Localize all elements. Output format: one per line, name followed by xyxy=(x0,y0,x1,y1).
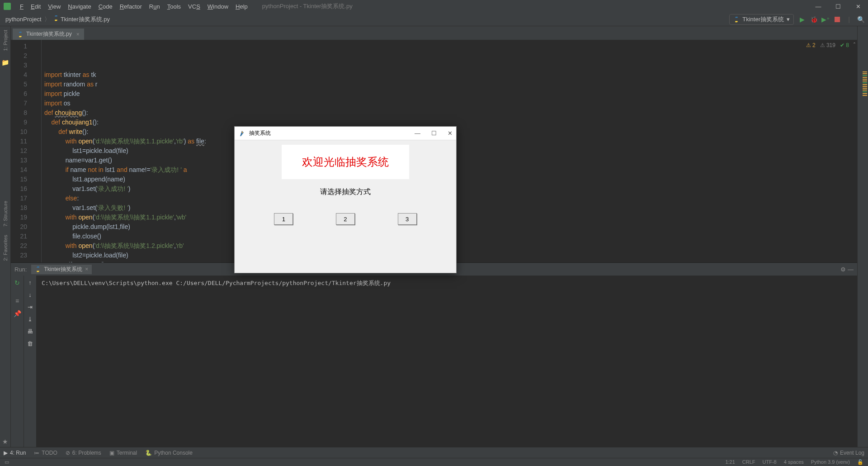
menu-file[interactable]: F xyxy=(16,3,27,10)
error-stripe[interactable] xyxy=(863,71,867,96)
left-tool-gutter: 1: Project 📁 7: Structure 2: Favorites ★ xyxy=(0,26,11,449)
wrap-icon[interactable]: ⇥ xyxy=(28,304,33,310)
tkinter-subtitle: 请选择抽奖方式 xyxy=(235,187,456,197)
python-icon xyxy=(53,15,59,21)
menu-code[interactable]: Code xyxy=(95,3,116,10)
tab-terminal[interactable]: ▣ Terminal xyxy=(109,450,137,456)
coverage-button[interactable]: ▶⁺ xyxy=(822,16,829,23)
line-numbers: 1234567891011121314151617181920212223 xyxy=(11,40,33,262)
tool-favorites[interactable]: 2: Favorites xyxy=(3,235,8,261)
down-icon[interactable]: ↓ xyxy=(28,291,32,298)
indent[interactable]: 4 spaces xyxy=(784,459,804,465)
close-tab-icon[interactable]: × xyxy=(76,31,80,38)
menu-view[interactable]: View xyxy=(44,3,64,10)
star-icon[interactable]: ★ xyxy=(2,438,8,445)
run-output[interactable]: C:\Users\DELL\venv\Scripts\python.exe C:… xyxy=(36,276,857,449)
python-icon xyxy=(35,266,41,272)
run-tab[interactable]: Tkinter抽奖系统 × xyxy=(31,265,92,274)
menu-vcs[interactable]: VCS xyxy=(184,3,204,10)
fold-column[interactable] xyxy=(33,40,42,262)
line-ending[interactable]: CRLF xyxy=(742,459,755,465)
folder-icon[interactable]: 📁 xyxy=(1,59,9,66)
run-config-selector[interactable]: Tkinter抽奖系统 ▾ xyxy=(729,14,794,25)
run-button[interactable]: ▶ xyxy=(798,16,806,23)
menu-run[interactable]: Run xyxy=(146,3,164,10)
tk-maximize[interactable]: ☐ xyxy=(431,130,437,137)
menubar: F Edit View Navigate Code Refactor Run T… xyxy=(0,0,868,13)
menu-navigate[interactable]: Navigate xyxy=(64,3,94,10)
tab-event-log[interactable]: ◔ Event Log xyxy=(833,450,864,456)
minimize-button[interactable]: — xyxy=(808,3,828,10)
tool-structure[interactable]: 7: Structure xyxy=(3,201,8,227)
inspection-widget[interactable]: ⚠ 2 ⚠ 319 ✔ 8 ˆ xyxy=(806,41,855,50)
layout-icon[interactable]: ≡ xyxy=(15,297,19,304)
encoding[interactable]: UTF-8 xyxy=(763,459,777,465)
right-gutter xyxy=(857,26,868,449)
run-toolbar-left: ↻ ≡ 📌 xyxy=(11,276,24,449)
tkinter-titlebar[interactable]: 抽奖系统 — ☐ ✕ xyxy=(235,127,456,140)
menu-edit[interactable]: Edit xyxy=(27,3,44,10)
breadcrumb-file[interactable]: Tkinter抽奖系统.py xyxy=(51,15,112,24)
cursor-position[interactable]: 1:21 xyxy=(725,459,735,465)
statusbar: ▭ 1:21 CRLF UTF-8 4 spaces Python 3.9 (v… xyxy=(0,458,868,466)
tab-run[interactable]: ▶ 4: Run xyxy=(4,450,26,456)
window-title: pythonProject - Tkinter抽奖系统.py xyxy=(262,2,353,10)
ok-count: ✔ 8 xyxy=(840,41,849,50)
warning-count: ⚠ 319 xyxy=(820,41,835,50)
run-toolbar-left2: ↑ ↓ ⇥ ⤓ 🖶 🗑 xyxy=(24,276,36,449)
divider: | xyxy=(845,16,853,23)
tkinter-title: 抽奖系统 xyxy=(249,129,271,137)
run-label: Run: xyxy=(14,266,27,273)
tk-button-1[interactable]: 1 xyxy=(274,213,293,225)
debug-button[interactable]: 🐞 xyxy=(810,16,817,23)
tool-project[interactable]: 1: Project xyxy=(3,30,8,51)
tkinter-buttons: 1 2 3 xyxy=(235,213,456,225)
close-button[interactable]: ✕ xyxy=(848,3,868,10)
run-panel: Run: Tkinter抽奖系统 × ⚙ — ↻ ≡ 📌 ↑ ↓ ⇥ ⤓ 🖶 🗑… xyxy=(11,262,857,449)
editor-tabs: Tkinter抽奖系统.py × xyxy=(11,26,857,40)
error-count: ⚠ 2 xyxy=(806,41,816,50)
breadcrumb-separator xyxy=(43,15,51,24)
close-icon[interactable]: × xyxy=(85,266,88,272)
menu-help[interactable]: Help xyxy=(232,3,251,10)
python-icon xyxy=(733,16,740,23)
status-icon[interactable]: ▭ xyxy=(5,459,9,465)
pin-icon[interactable]: 📌 xyxy=(14,310,21,317)
breadcrumb-project[interactable]: pythonProject xyxy=(4,16,43,23)
tkinter-window: 抽奖系统 — ☐ ✕ 欢迎光临抽奖系统 请选择抽奖方式 1 2 3 xyxy=(234,126,457,273)
up-icon[interactable]: ↑ xyxy=(28,279,32,286)
chevron-up-icon[interactable]: ˆ xyxy=(854,41,855,50)
tab-problems[interactable]: ⊘ 6: Problems xyxy=(66,450,101,456)
menu-tools[interactable]: Tools xyxy=(164,3,184,10)
tkinter-banner: 欢迎光临抽奖系统 xyxy=(282,145,409,179)
menu-window[interactable]: Window xyxy=(204,3,232,10)
tk-button-2[interactable]: 2 xyxy=(336,213,355,225)
scroll-icon[interactable]: ⤓ xyxy=(28,316,33,323)
rerun-icon[interactable]: ↻ xyxy=(14,279,20,286)
menu-refactor[interactable]: Refactor xyxy=(116,3,146,10)
gear-icon[interactable]: ⚙ — xyxy=(840,266,854,273)
python-icon xyxy=(17,31,24,38)
editor-tab[interactable]: Tkinter抽奖系统.py × xyxy=(13,29,84,40)
tk-feather-icon xyxy=(238,130,245,137)
trash-icon[interactable]: 🗑 xyxy=(27,340,33,347)
print-icon[interactable]: 🖶 xyxy=(27,328,33,335)
app-icon xyxy=(4,3,11,10)
tk-button-3[interactable]: 3 xyxy=(398,213,417,225)
tab-python-console[interactable]: 🐍 Python Console xyxy=(145,450,193,456)
lock-icon[interactable]: 🔓 xyxy=(857,459,863,465)
stop-button[interactable] xyxy=(834,16,841,23)
tab-todo[interactable]: ≔ TODO xyxy=(34,450,57,456)
tk-close[interactable]: ✕ xyxy=(448,130,453,137)
tk-minimize[interactable]: — xyxy=(415,130,420,137)
search-icon[interactable]: 🔍 xyxy=(857,16,864,23)
maximize-button[interactable]: ☐ xyxy=(828,3,848,10)
interpreter[interactable]: Python 3.9 (venv) xyxy=(811,459,850,465)
navbar: pythonProject Tkinter抽奖系统.py Tkinter抽奖系统… xyxy=(0,13,868,26)
bottom-tool-tabs: ▶ 4: Run ≔ TODO ⊘ 6: Problems ▣ Terminal… xyxy=(0,447,868,458)
chevron-down-icon: ▾ xyxy=(787,16,790,23)
